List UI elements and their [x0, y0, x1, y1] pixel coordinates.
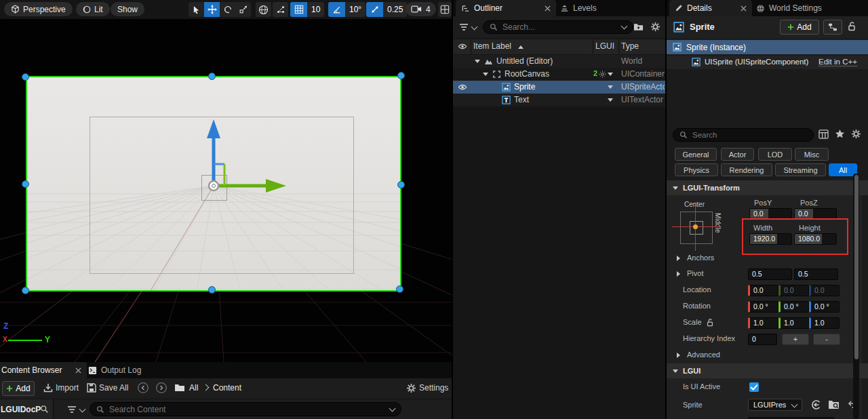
item-label-column-header[interactable]: Item Label — [473, 41, 511, 51]
sun-brightness-icon[interactable] — [599, 71, 606, 78]
outliner-settings-gear-icon[interactable] — [650, 22, 660, 32]
handle-bottom-right[interactable] — [396, 285, 403, 293]
tab-content-browser[interactable]: Content Browser — [0, 362, 87, 378]
content-filter-icon[interactable] — [67, 405, 77, 414]
display-manager-icon[interactable] — [818, 129, 829, 139]
height-field[interactable]: 1080.0 — [794, 233, 837, 245]
tab-outliner[interactable]: Outliner — [456, 0, 556, 16]
browse-to-asset-icon[interactable] — [828, 399, 840, 410]
convert-to-blueprint-button[interactable] — [823, 20, 842, 35]
pivot-x-field[interactable]: 0.5 — [748, 268, 792, 280]
settings-gear-icon[interactable] — [406, 383, 416, 393]
filter-chip-lod[interactable]: LOD — [758, 148, 792, 161]
surface-snapping-button[interactable] — [273, 2, 288, 17]
hierarchy-index-field[interactable]: 0 — [748, 334, 777, 345]
expand-chevron-icon[interactable] — [677, 271, 680, 277]
filter-chip-rendering[interactable]: Rendering — [721, 163, 772, 176]
location-z-field[interactable]: 0.0 — [809, 285, 840, 296]
tab-levels[interactable]: Levels — [555, 0, 602, 16]
handle-top-right[interactable] — [397, 72, 405, 79]
outliner-row-rootcanvas[interactable]: RootCanvas 2 UIContainerA — [453, 68, 665, 81]
details-scrollbar-thumb[interactable] — [854, 175, 859, 359]
anchors-row[interactable]: Anchors — [667, 251, 862, 266]
save-all-button[interactable]: Save All — [99, 383, 128, 393]
outliner-row-world[interactable]: Untitled (Editor) World — [453, 55, 665, 68]
filter-chip-physics[interactable]: Physics — [675, 163, 718, 176]
pivot-y-field[interactable]: 0.5 — [794, 268, 838, 280]
handle-top-center[interactable] — [208, 73, 216, 80]
component-tree-child-row[interactable]: UISprite (UISpriteComponent) Edit in C++ — [667, 56, 868, 69]
details-tab-close-icon[interactable] — [741, 5, 747, 12]
filter-chip-misc[interactable]: Misc — [795, 148, 829, 161]
expand-chevron-icon[interactable] — [677, 256, 680, 261]
breadcrumb-content[interactable]: Content — [213, 383, 241, 393]
import-icon[interactable] — [43, 383, 53, 393]
hierarchy-decrement-button[interactable]: - — [813, 334, 840, 345]
folder-icon[interactable] — [174, 384, 185, 392]
content-search-input[interactable]: Search Content — [90, 402, 401, 416]
world-local-coordinate-button[interactable] — [256, 2, 271, 17]
add-content-button[interactable]: Add — [2, 381, 35, 396]
content-filter-chevron-icon[interactable] — [79, 406, 86, 413]
rotation-snap-group[interactable]: 10° — [328, 2, 366, 17]
panel-divider[interactable] — [452, 0, 453, 419]
handle-middle-left[interactable] — [22, 180, 29, 188]
outliner-row-text[interactable]: Text UITextActor — [453, 94, 665, 106]
location-x-field[interactable]: 0.0 — [748, 285, 778, 296]
row-label[interactable]: Untitled (Editor) — [496, 56, 553, 66]
expand-chevron-icon[interactable] — [677, 353, 680, 358]
rotate-tool-button[interactable] — [220, 2, 235, 17]
tab-details[interactable]: Details — [669, 0, 752, 16]
outliner-filter-icon[interactable] — [459, 23, 469, 31]
navigate-forward-icon[interactable] — [155, 382, 167, 394]
handle-top-left[interactable] — [22, 73, 29, 81]
filter-chip-streaming[interactable]: Streaming — [775, 163, 826, 176]
outliner-search-chevron-icon[interactable] — [621, 23, 628, 30]
navigate-back-icon[interactable] — [137, 382, 149, 394]
edit-in-cpp-link[interactable]: Edit in C++ — [818, 58, 857, 66]
scale-snap-group[interactable]: 0.25 — [366, 2, 407, 17]
scale-x-field[interactable]: 1.0 — [748, 317, 778, 329]
type-column-header[interactable]: Type — [621, 41, 639, 51]
pivot-row[interactable]: Pivot 0.5 0.5 — [667, 266, 862, 283]
lgui-transform-section-header[interactable]: LGUI-Transform — [667, 180, 868, 195]
rotation-roll-field[interactable]: 0.0 ° — [748, 301, 778, 313]
posy-field[interactable]: 0.0 — [749, 208, 792, 220]
rotation-pitch-field[interactable]: 0.0 ° — [778, 301, 809, 313]
save-all-icon[interactable] — [87, 383, 96, 393]
search-icon[interactable] — [40, 405, 49, 414]
scale-z-field[interactable]: 1.0 — [809, 317, 840, 329]
add-component-button[interactable]: Add — [780, 20, 819, 35]
row-label[interactable]: Text — [514, 95, 529, 104]
sprite-asset-dropdown[interactable]: LGUIPres — [748, 399, 802, 411]
angle-snap-value[interactable]: 10° — [345, 2, 366, 17]
move-tool-button[interactable] — [204, 2, 220, 17]
row-options-chevron-icon[interactable] — [608, 85, 613, 89]
filter-chip-general[interactable]: General — [675, 148, 717, 161]
perspective-dropdown[interactable]: Perspective — [4, 2, 73, 16]
scale-tool-button[interactable] — [235, 2, 251, 17]
advanced-row[interactable]: Advanced — [667, 347, 862, 364]
lgui-column-header[interactable]: LGUI — [595, 41, 614, 51]
viewport-layout-button[interactable] — [438, 2, 452, 17]
ui-canvas[interactable] — [26, 76, 401, 292]
component-tree-root-row[interactable]: Sprite (Instance) — [667, 40, 868, 54]
viewport-3d-area[interactable]: Z X Y — [0, 19, 452, 362]
expand-chevron-icon[interactable] — [475, 60, 480, 63]
import-button[interactable]: Import — [56, 383, 79, 393]
location-y-field[interactable]: 0.0 — [778, 285, 809, 296]
hierarchy-index-row[interactable]: Hierarchy Index 0 + - — [667, 331, 862, 348]
hierarchy-increment-button[interactable]: + — [782, 334, 809, 345]
scale-row[interactable]: Scale 1.0 1.0 1.0 — [667, 315, 862, 332]
sort-ascending-icon[interactable] — [518, 45, 524, 49]
width-field[interactable]: 1920.0 — [749, 233, 792, 245]
use-selected-asset-icon[interactable] — [810, 399, 821, 410]
row-options-chevron-icon[interactable] — [608, 73, 613, 76]
sources-panel-box[interactable]: LGUIDocP — [0, 399, 54, 419]
outliner-search-input[interactable]: Search... — [483, 20, 633, 34]
breadcrumb-all[interactable]: All — [189, 383, 198, 393]
content-search-chevron-icon[interactable] — [389, 405, 396, 412]
is-ui-active-checkbox[interactable] — [749, 382, 759, 392]
settings-button[interactable]: Settings — [419, 383, 448, 393]
transform-gizmo[interactable] — [27, 77, 400, 290]
